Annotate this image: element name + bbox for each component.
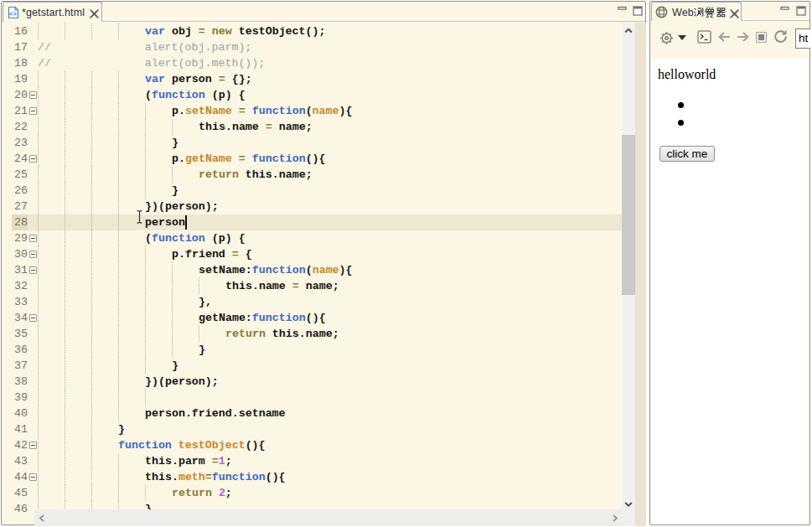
svg-text:<>: <> xyxy=(9,10,17,18)
